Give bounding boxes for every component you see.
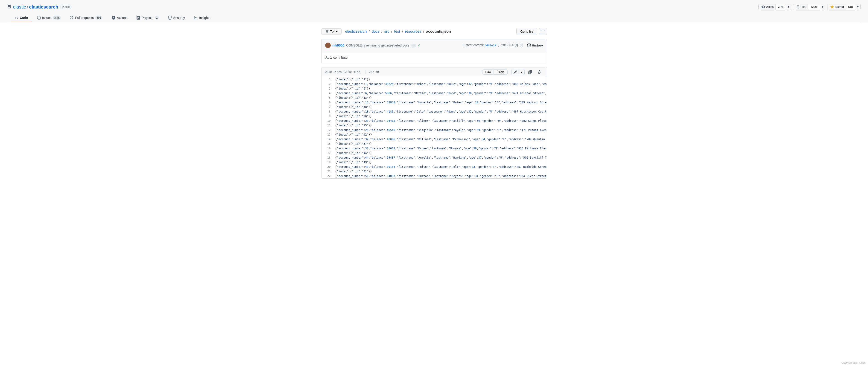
code-line: 3{"index":{"_id":"6"}} bbox=[321, 86, 547, 91]
commit-ellipsis[interactable]: … bbox=[411, 44, 416, 47]
breadcrumb: elasticsearch / docs / src / test / reso… bbox=[345, 29, 451, 34]
raw-button[interactable]: Raw bbox=[482, 69, 494, 74]
repo-icon bbox=[7, 4, 11, 10]
repo-title: elastic / elasticsearch Public bbox=[7, 4, 71, 10]
contributors-row[interactable]: 1 contributor bbox=[321, 52, 547, 63]
pulls-count: 495 bbox=[95, 15, 102, 20]
more-options-button[interactable] bbox=[539, 28, 547, 35]
repo-link[interactable]: elasticsearch bbox=[29, 4, 58, 10]
code-line: 17{"index":{"_id":"44"}} bbox=[321, 151, 547, 155]
fork-count: 22.2k bbox=[808, 4, 820, 10]
projects-count: 1 bbox=[155, 15, 159, 20]
edit-button[interactable] bbox=[511, 69, 519, 75]
watch-count: 2.7k bbox=[775, 4, 785, 10]
delete-button[interactable] bbox=[536, 69, 543, 75]
chevron-down-icon: ▾ bbox=[336, 30, 338, 33]
visibility-badge: Public bbox=[60, 5, 71, 9]
code-line: 13{"index":{"_id":"32"}} bbox=[321, 132, 547, 137]
code-line: 11{"index":{"_id":"25"}} bbox=[321, 123, 547, 128]
fork-caret[interactable]: ▾ bbox=[820, 4, 826, 10]
tab-code[interactable]: Code bbox=[11, 14, 32, 22]
check-icon: ✓ bbox=[418, 43, 421, 47]
tab-insights[interactable]: Insights bbox=[190, 14, 214, 22]
commit-message[interactable]: CONSOLEify remaining getting-started doc… bbox=[346, 43, 409, 47]
avatar[interactable] bbox=[325, 42, 331, 48]
edit-caret[interactable]: ▾ bbox=[519, 69, 525, 75]
star-caret[interactable]: ▾ bbox=[855, 4, 861, 10]
breadcrumb-segment[interactable]: test bbox=[394, 29, 400, 33]
star-button[interactable]: Starred 61k bbox=[827, 4, 855, 10]
code-line: 16{"account_number":37,"balance":18612,"… bbox=[321, 146, 547, 151]
code-line: 10{"account_number":20,"balance":16418,"… bbox=[321, 119, 547, 123]
go-to-file-button[interactable]: Go to file bbox=[516, 28, 537, 35]
owner-link[interactable]: elastic bbox=[13, 4, 26, 10]
branch-select[interactable]: 7.4 ▾ bbox=[321, 28, 342, 35]
code-line: 5{"index":{"_id":"13"}} bbox=[321, 96, 547, 100]
code-line: 6{"account_number":13,"balance":32838,"f… bbox=[321, 100, 547, 105]
code-line: 22{"account_number":51,"balance":14097,"… bbox=[321, 174, 547, 178]
code-line: 20{"account_number":49,"balance":29104,"… bbox=[321, 165, 547, 169]
code-line: 21{"index":{"_id":"51"}} bbox=[321, 169, 547, 174]
code-line: 7{"index":{"_id":"18"}} bbox=[321, 105, 547, 109]
author-link[interactable]: nik9000 bbox=[333, 43, 344, 47]
tab-issues[interactable]: Issues 3.4k bbox=[33, 14, 64, 22]
code-line: 1{"index":{"_id":"1"}} bbox=[321, 77, 547, 82]
tab-security[interactable]: Security bbox=[164, 14, 189, 22]
tab-actions[interactable]: Actions bbox=[108, 14, 131, 22]
repo-nav: Code Issues 3.4k Pull requests 495 Actio… bbox=[7, 14, 861, 22]
breadcrumb-segment[interactable]: resources bbox=[405, 29, 421, 33]
people-icon bbox=[325, 56, 329, 59]
blame-button[interactable]: Blame bbox=[494, 69, 507, 74]
watch-button[interactable]: Watch 2.7k bbox=[758, 4, 786, 10]
tab-projects[interactable]: Projects 1 bbox=[133, 14, 163, 22]
code-line: 14{"account_number":32,"balance":48086,"… bbox=[321, 137, 547, 141]
breadcrumb-segment[interactable]: src bbox=[384, 29, 389, 33]
watch-caret[interactable]: ▾ bbox=[786, 4, 791, 10]
issues-count: 3.4k bbox=[53, 15, 61, 20]
code-line: 4{"account_number":6,"balance":5686,"fir… bbox=[321, 91, 547, 96]
breadcrumb-segment[interactable]: elasticsearch bbox=[345, 29, 367, 33]
code-line: 2{"account_number":1,"balance":39225,"fi… bbox=[321, 82, 547, 86]
code-line: 15{"index":{"_id":"37"}} bbox=[321, 141, 547, 146]
code-line: 12{"account_number":25,"balance":40540,"… bbox=[321, 128, 547, 132]
file-content: 1{"index":{"_id":"1"}}2{"account_number"… bbox=[321, 77, 547, 178]
code-line: 18{"account_number":44,"balance":34487,"… bbox=[321, 155, 547, 160]
code-line: 9{"index":{"_id":"20"}} bbox=[321, 114, 547, 119]
commit-sha[interactable]: 6d42e19 bbox=[485, 44, 496, 47]
code-line: 8{"account_number":18,"balance":4180,"fi… bbox=[321, 109, 547, 114]
copy-button[interactable] bbox=[526, 69, 534, 75]
breadcrumb-file: accounts.json bbox=[426, 29, 451, 33]
tab-pulls[interactable]: Pull requests 495 bbox=[66, 14, 106, 22]
fork-button[interactable]: Fork 22.2k bbox=[793, 4, 820, 10]
history-link[interactable]: History bbox=[527, 43, 543, 47]
breadcrumb-segment[interactable]: docs bbox=[372, 29, 379, 33]
file-info: 2000 lines (2000 sloc) 237 KB bbox=[325, 70, 379, 74]
star-count: 61k bbox=[846, 4, 855, 10]
code-line: 19{"index":{"_id":"49"}} bbox=[321, 160, 547, 165]
